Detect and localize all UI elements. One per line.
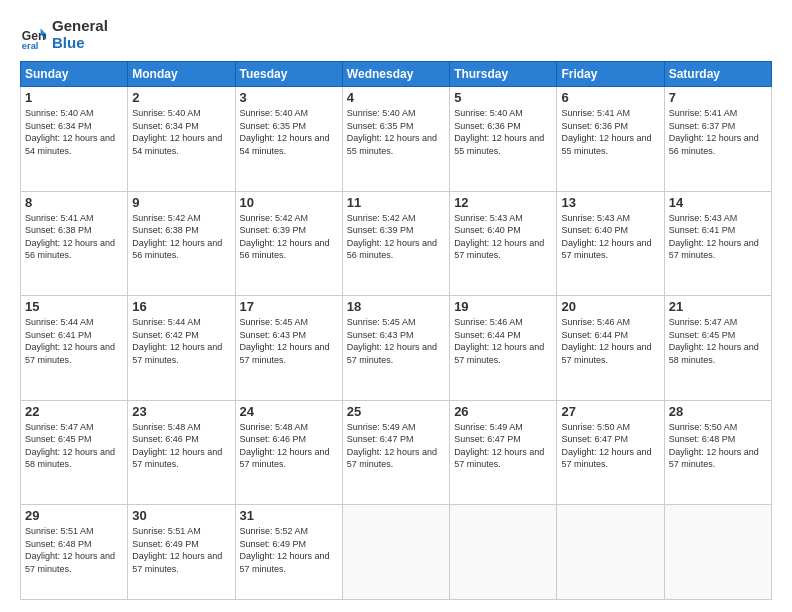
calendar-cell: 29Sunrise: 5:51 AMSunset: 6:48 PMDayligh… (21, 505, 128, 600)
calendar-cell (664, 505, 771, 600)
day-number: 13 (561, 195, 659, 210)
day-info: Sunrise: 5:42 AMSunset: 6:39 PMDaylight:… (240, 212, 338, 262)
weekday-header-tuesday: Tuesday (235, 62, 342, 87)
day-info: Sunrise: 5:40 AMSunset: 6:36 PMDaylight:… (454, 107, 552, 157)
day-number: 19 (454, 299, 552, 314)
calendar-week-4: 22Sunrise: 5:47 AMSunset: 6:45 PMDayligh… (21, 400, 772, 505)
calendar-cell: 13Sunrise: 5:43 AMSunset: 6:40 PMDayligh… (557, 191, 664, 296)
day-number: 3 (240, 90, 338, 105)
calendar-cell: 25Sunrise: 5:49 AMSunset: 6:47 PMDayligh… (342, 400, 449, 505)
weekday-header-wednesday: Wednesday (342, 62, 449, 87)
day-info: Sunrise: 5:43 AMSunset: 6:41 PMDaylight:… (669, 212, 767, 262)
day-number: 12 (454, 195, 552, 210)
day-number: 18 (347, 299, 445, 314)
calendar-cell: 20Sunrise: 5:46 AMSunset: 6:44 PMDayligh… (557, 296, 664, 401)
day-info: Sunrise: 5:48 AMSunset: 6:46 PMDaylight:… (240, 421, 338, 471)
calendar-cell (557, 505, 664, 600)
day-info: Sunrise: 5:52 AMSunset: 6:49 PMDaylight:… (240, 525, 338, 575)
calendar-cell: 12Sunrise: 5:43 AMSunset: 6:40 PMDayligh… (450, 191, 557, 296)
calendar-cell: 15Sunrise: 5:44 AMSunset: 6:41 PMDayligh… (21, 296, 128, 401)
calendar-cell (342, 505, 449, 600)
day-info: Sunrise: 5:42 AMSunset: 6:39 PMDaylight:… (347, 212, 445, 262)
day-number: 15 (25, 299, 123, 314)
calendar-cell: 9Sunrise: 5:42 AMSunset: 6:38 PMDaylight… (128, 191, 235, 296)
day-number: 7 (669, 90, 767, 105)
day-number: 17 (240, 299, 338, 314)
calendar-cell: 5Sunrise: 5:40 AMSunset: 6:36 PMDaylight… (450, 87, 557, 192)
logo-icon: Gen eral (20, 21, 48, 49)
calendar-cell: 18Sunrise: 5:45 AMSunset: 6:43 PMDayligh… (342, 296, 449, 401)
calendar-header-row: SundayMondayTuesdayWednesdayThursdayFrid… (21, 62, 772, 87)
day-info: Sunrise: 5:46 AMSunset: 6:44 PMDaylight:… (561, 316, 659, 366)
day-info: Sunrise: 5:40 AMSunset: 6:35 PMDaylight:… (347, 107, 445, 157)
day-number: 6 (561, 90, 659, 105)
day-number: 21 (669, 299, 767, 314)
day-info: Sunrise: 5:49 AMSunset: 6:47 PMDaylight:… (347, 421, 445, 471)
calendar-cell: 11Sunrise: 5:42 AMSunset: 6:39 PMDayligh… (342, 191, 449, 296)
day-info: Sunrise: 5:43 AMSunset: 6:40 PMDaylight:… (561, 212, 659, 262)
calendar-cell: 1Sunrise: 5:40 AMSunset: 6:34 PMDaylight… (21, 87, 128, 192)
calendar-cell: 10Sunrise: 5:42 AMSunset: 6:39 PMDayligh… (235, 191, 342, 296)
day-number: 16 (132, 299, 230, 314)
calendar-cell: 6Sunrise: 5:41 AMSunset: 6:36 PMDaylight… (557, 87, 664, 192)
calendar-cell: 28Sunrise: 5:50 AMSunset: 6:48 PMDayligh… (664, 400, 771, 505)
day-number: 20 (561, 299, 659, 314)
day-info: Sunrise: 5:40 AMSunset: 6:34 PMDaylight:… (132, 107, 230, 157)
calendar-cell: 14Sunrise: 5:43 AMSunset: 6:41 PMDayligh… (664, 191, 771, 296)
day-info: Sunrise: 5:46 AMSunset: 6:44 PMDaylight:… (454, 316, 552, 366)
header: Gen eral General Blue (20, 18, 772, 51)
day-number: 27 (561, 404, 659, 419)
calendar-week-3: 15Sunrise: 5:44 AMSunset: 6:41 PMDayligh… (21, 296, 772, 401)
day-number: 26 (454, 404, 552, 419)
day-info: Sunrise: 5:49 AMSunset: 6:47 PMDaylight:… (454, 421, 552, 471)
day-info: Sunrise: 5:50 AMSunset: 6:48 PMDaylight:… (669, 421, 767, 471)
calendar-cell: 30Sunrise: 5:51 AMSunset: 6:49 PMDayligh… (128, 505, 235, 600)
calendar-cell: 7Sunrise: 5:41 AMSunset: 6:37 PMDaylight… (664, 87, 771, 192)
day-number: 1 (25, 90, 123, 105)
day-number: 11 (347, 195, 445, 210)
day-number: 5 (454, 90, 552, 105)
day-info: Sunrise: 5:45 AMSunset: 6:43 PMDaylight:… (240, 316, 338, 366)
day-number: 9 (132, 195, 230, 210)
calendar-cell: 3Sunrise: 5:40 AMSunset: 6:35 PMDaylight… (235, 87, 342, 192)
calendar-cell: 4Sunrise: 5:40 AMSunset: 6:35 PMDaylight… (342, 87, 449, 192)
calendar-cell: 22Sunrise: 5:47 AMSunset: 6:45 PMDayligh… (21, 400, 128, 505)
calendar-week-2: 8Sunrise: 5:41 AMSunset: 6:38 PMDaylight… (21, 191, 772, 296)
weekday-header-monday: Monday (128, 62, 235, 87)
day-number: 29 (25, 508, 123, 523)
day-number: 14 (669, 195, 767, 210)
day-number: 22 (25, 404, 123, 419)
calendar-week-1: 1Sunrise: 5:40 AMSunset: 6:34 PMDaylight… (21, 87, 772, 192)
calendar-week-5: 29Sunrise: 5:51 AMSunset: 6:48 PMDayligh… (21, 505, 772, 600)
day-number: 4 (347, 90, 445, 105)
day-number: 23 (132, 404, 230, 419)
calendar-cell: 16Sunrise: 5:44 AMSunset: 6:42 PMDayligh… (128, 296, 235, 401)
day-info: Sunrise: 5:44 AMSunset: 6:41 PMDaylight:… (25, 316, 123, 366)
day-number: 28 (669, 404, 767, 419)
logo: Gen eral General Blue (20, 18, 108, 51)
calendar-cell: 19Sunrise: 5:46 AMSunset: 6:44 PMDayligh… (450, 296, 557, 401)
calendar-cell: 26Sunrise: 5:49 AMSunset: 6:47 PMDayligh… (450, 400, 557, 505)
calendar-cell: 17Sunrise: 5:45 AMSunset: 6:43 PMDayligh… (235, 296, 342, 401)
calendar-cell: 2Sunrise: 5:40 AMSunset: 6:34 PMDaylight… (128, 87, 235, 192)
day-info: Sunrise: 5:41 AMSunset: 6:36 PMDaylight:… (561, 107, 659, 157)
calendar-cell: 21Sunrise: 5:47 AMSunset: 6:45 PMDayligh… (664, 296, 771, 401)
day-info: Sunrise: 5:48 AMSunset: 6:46 PMDaylight:… (132, 421, 230, 471)
calendar-cell (450, 505, 557, 600)
calendar-cell: 23Sunrise: 5:48 AMSunset: 6:46 PMDayligh… (128, 400, 235, 505)
day-info: Sunrise: 5:40 AMSunset: 6:35 PMDaylight:… (240, 107, 338, 157)
day-info: Sunrise: 5:47 AMSunset: 6:45 PMDaylight:… (25, 421, 123, 471)
calendar-cell: 27Sunrise: 5:50 AMSunset: 6:47 PMDayligh… (557, 400, 664, 505)
day-info: Sunrise: 5:41 AMSunset: 6:37 PMDaylight:… (669, 107, 767, 157)
logo-text: General Blue (52, 18, 108, 51)
day-number: 24 (240, 404, 338, 419)
day-info: Sunrise: 5:45 AMSunset: 6:43 PMDaylight:… (347, 316, 445, 366)
calendar-table: SundayMondayTuesdayWednesdayThursdayFrid… (20, 61, 772, 600)
weekday-header-friday: Friday (557, 62, 664, 87)
page: Gen eral General Blue SundayMondayTuesda… (0, 0, 792, 612)
weekday-header-sunday: Sunday (21, 62, 128, 87)
day-info: Sunrise: 5:51 AMSunset: 6:49 PMDaylight:… (132, 525, 230, 575)
day-info: Sunrise: 5:44 AMSunset: 6:42 PMDaylight:… (132, 316, 230, 366)
day-number: 31 (240, 508, 338, 523)
day-number: 8 (25, 195, 123, 210)
